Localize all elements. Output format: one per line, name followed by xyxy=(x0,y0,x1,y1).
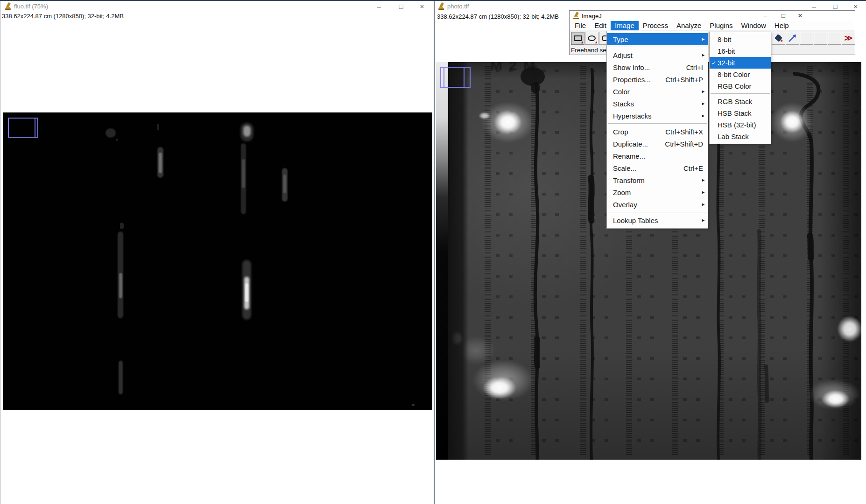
fluo-window-title: fluo.tif (75%) xyxy=(14,3,48,10)
menu-item-shortcut: Ctrl+I xyxy=(686,63,708,71)
arrow-tool-button[interactable] xyxy=(786,32,799,45)
menu-item-label: Lab Stack xyxy=(718,133,749,140)
fluorescence-streak xyxy=(119,273,122,298)
fluorescence-streak xyxy=(120,223,124,229)
empty-tool-button[interactable] xyxy=(828,32,841,45)
menubar-item-edit[interactable]: Edit xyxy=(590,21,611,30)
window-divider xyxy=(434,0,435,504)
menu-separator xyxy=(607,45,708,49)
menu-item-hsb-stack[interactable]: HSB Stack xyxy=(710,107,771,119)
menu-item-hsb-32-bit[interactable]: HSB (32-bit) xyxy=(710,119,771,131)
menu-item-label: Stacks xyxy=(613,100,634,108)
menu-item-color[interactable]: Color► xyxy=(607,85,708,98)
menubar-item-analyze[interactable]: Analyze xyxy=(672,21,705,30)
menu-item-rgb-stack[interactable]: RGB Stack xyxy=(710,96,771,107)
fluorescence-streak xyxy=(159,153,162,173)
menu-item-label: Color xyxy=(613,88,630,96)
empty-tool-button[interactable] xyxy=(814,32,827,45)
close-button[interactable]: × xyxy=(415,1,429,12)
glare-spot xyxy=(494,110,522,134)
root-trace xyxy=(759,231,760,460)
imagej-file-icon xyxy=(5,3,12,10)
menu-item-16-bit[interactable]: 16-bit xyxy=(710,45,771,57)
more-tools-button[interactable]: ≫ xyxy=(842,32,855,45)
menu-item-shortcut: Ctrl+Shift+X xyxy=(665,128,708,136)
menubar-item-file[interactable]: File xyxy=(570,21,590,30)
root-trace xyxy=(591,70,593,460)
photo-status-line: 338.62x224.87 cm (1280x850); 32-bit; 4.2… xyxy=(437,13,559,20)
menu-item-stacks[interactable]: Stacks► xyxy=(607,98,708,110)
menu-item-shortcut: Ctrl+Shift+P xyxy=(665,76,708,84)
menu-item-properties[interactable]: Properties...Ctrl+Shift+P xyxy=(607,73,708,85)
maximize-button[interactable]: □ xyxy=(776,11,790,21)
status-message: Freehand sel xyxy=(571,46,608,55)
menu-item-show-info[interactable]: Show Info...Ctrl+I xyxy=(607,61,708,73)
glare-spot xyxy=(822,390,850,408)
tool-options-triangle-icon xyxy=(581,41,583,43)
root-trace xyxy=(537,338,537,366)
menu-item-label: Duplicate... xyxy=(613,140,648,148)
imagej-titlebar[interactable]: ImageJ – □ ✕ xyxy=(570,11,855,21)
imagej-menubar[interactable]: FileEditImageProcessAnalyzePluginsWindow… xyxy=(570,21,855,30)
menu-item-label: Zoom xyxy=(613,189,631,196)
menu-item-label: 32-bit xyxy=(718,59,735,67)
menu-item-transform[interactable]: Transform► xyxy=(607,174,708,186)
fluorescence-streak xyxy=(119,361,123,394)
oval-tool-button[interactable] xyxy=(585,32,598,45)
menu-item-overlay[interactable]: Overlay► xyxy=(607,198,708,210)
menubar-item-window[interactable]: Window xyxy=(737,21,770,30)
submenu-arrow-icon: ► xyxy=(701,178,708,182)
menu-item-8-bit-color[interactable]: 8-bit Color xyxy=(710,69,771,80)
roi-inner-edge xyxy=(444,67,444,88)
tool-options-triangle-icon xyxy=(595,41,597,43)
menu-item-shortcut: Ctrl+Shift+D xyxy=(665,140,708,148)
roi-rectangle[interactable] xyxy=(8,118,38,138)
glare-spot xyxy=(479,112,491,119)
menubar-item-image[interactable]: Image xyxy=(611,21,639,30)
menu-item-scale[interactable]: Scale...Ctrl+E xyxy=(607,162,708,174)
oval-icon xyxy=(588,35,596,41)
menu-item-type[interactable]: Type► xyxy=(607,33,708,45)
menu-item-32-bit[interactable]: ✓32-bit xyxy=(710,57,771,69)
fluo-image-canvas[interactable] xyxy=(3,112,432,410)
maximize-button[interactable]: □ xyxy=(394,1,408,12)
photo-left-edge xyxy=(436,62,448,460)
close-button[interactable]: ✕ xyxy=(793,11,807,21)
menu-item-crop[interactable]: CropCtrl+Shift+X xyxy=(607,126,708,138)
imagej-file-icon xyxy=(438,3,445,10)
submenu-arrow-icon: ► xyxy=(701,218,708,223)
fluo-image-window[interactable]: fluo.tif (75%) – □ × 338.62x224.87 cm (1… xyxy=(0,1,434,504)
menu-item-hyperstacks[interactable]: Hyperstacks► xyxy=(607,110,708,122)
minimize-button[interactable]: – xyxy=(372,1,386,12)
glare-spot xyxy=(837,316,861,342)
menu-item-rename[interactable]: Rename... xyxy=(607,150,708,162)
fill-tool-button[interactable] xyxy=(772,32,785,45)
menubar-item-process[interactable]: Process xyxy=(639,21,672,30)
submenu-arrow-icon: ► xyxy=(701,202,708,207)
menubar-item-plugins[interactable]: Plugins xyxy=(705,21,737,30)
menu-item-label: Properties... xyxy=(613,76,651,84)
menu-item-lookup-tables[interactable]: Lookup Tables► xyxy=(607,214,708,226)
menu-item-label: Adjust xyxy=(613,51,633,59)
photo-left-shadow xyxy=(448,62,469,460)
menu-item-8-bit[interactable]: 8-bit xyxy=(710,34,771,45)
submenu-arrow-icon: ► xyxy=(701,53,708,57)
menu-item-zoom[interactable]: Zoom► xyxy=(607,186,708,198)
menu-item-rgb-color[interactable]: RGB Color xyxy=(710,80,771,92)
fluorescence-streak xyxy=(283,175,286,193)
menu-item-label: 16-bit xyxy=(718,47,735,55)
menu-item-adjust[interactable]: Adjust► xyxy=(607,49,708,61)
minimize-button[interactable]: – xyxy=(758,11,772,21)
menubar-item-help[interactable]: Help xyxy=(770,21,793,30)
root-trace xyxy=(810,236,811,258)
menu-item-lab-stack[interactable]: Lab Stack xyxy=(710,131,771,142)
fluorescence-streak xyxy=(412,404,415,406)
menu-item-label: Transform xyxy=(613,176,645,184)
empty-tool-button[interactable] xyxy=(800,32,813,45)
rectangle-tool-button[interactable] xyxy=(571,32,584,45)
marker-label: M2M xyxy=(490,62,542,74)
roi-rectangle[interactable] xyxy=(440,67,471,88)
menu-item-duplicate[interactable]: Duplicate...Ctrl+Shift+D xyxy=(607,138,708,150)
menu-item-label: Crop xyxy=(613,128,628,136)
submenu-arrow-icon: ► xyxy=(701,37,708,42)
